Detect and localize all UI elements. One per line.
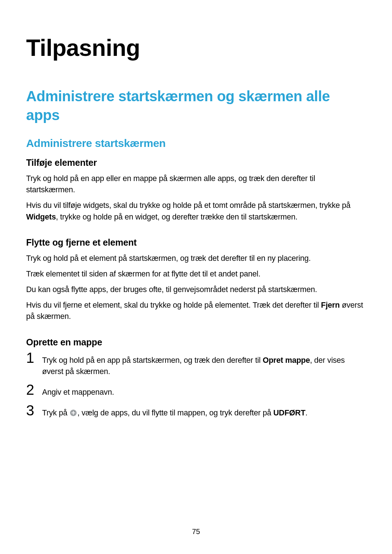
topic-heading-move-remove: Flytte og fjerne et element [26,237,366,248]
text-run: , trykke og holde på en widget, og deref… [56,213,298,221]
ordered-list-item: 1 Tryk og hold på en app på startskærmen… [26,353,366,377]
body-paragraph: Hvis du vil fjerne et element, skal du t… [26,300,366,322]
body-paragraph: Hvis du vil tilføje widgets, skal du try… [26,200,366,222]
page-title: Tilpasning [26,34,366,61]
text-run: . [305,409,307,417]
topic-heading-create-folder: Oprette en mappe [26,337,366,348]
text-run: Tryk og hold på en app på startskærmen, … [42,356,263,365]
body-paragraph: Træk elementet til siden af skærmen for … [26,268,366,280]
document-page: Tilpasning Administrere startskærmen og … [0,0,392,554]
ordered-list-item: 3 Tryk på , vælg de apps, du vil flytte … [26,405,366,419]
text-run: , vælg de apps, du vil flytte til mappen… [77,409,273,417]
body-paragraph: Du kan også flytte apps, der bruges ofte… [26,284,366,295]
ordered-list-item: 2 Angiv et mappenavn. [26,385,366,398]
body-paragraph: Tryk og hold på et element på startskærm… [26,253,366,264]
subsection-heading: Administrere startskærmen [26,137,366,149]
step-text: Angiv et mappenavn. [42,385,366,398]
step-number: 1 [26,350,36,365]
text-run: Hvis du vil fjerne et element, skal du t… [26,301,321,309]
step-number: 2 [26,382,36,397]
bold-term-widgets: Widgets [26,213,56,221]
section-heading: Administrere startskærmen og skærmen all… [26,87,366,124]
bold-term-udfort: UDFØRT [273,409,305,417]
body-paragraph: Tryk og hold på en app eller en mappe på… [26,173,366,196]
plus-icon [70,410,77,416]
topic-heading-add-items: Tilføje elementer [26,157,366,168]
text-run: Tryk på [42,409,69,417]
step-text: Tryk på , vælg de apps, du vil flytte ti… [42,405,366,419]
step-number: 3 [26,403,36,418]
text-run: Hvis du vil tilføje widgets, skal du try… [26,201,351,210]
page-number: 75 [0,528,392,536]
step-text: Tryk og hold på en app på startskærmen, … [42,353,366,377]
bold-term-opret-mappe: Opret mappe [263,356,310,365]
bold-term-fjern: Fjern [321,301,340,309]
